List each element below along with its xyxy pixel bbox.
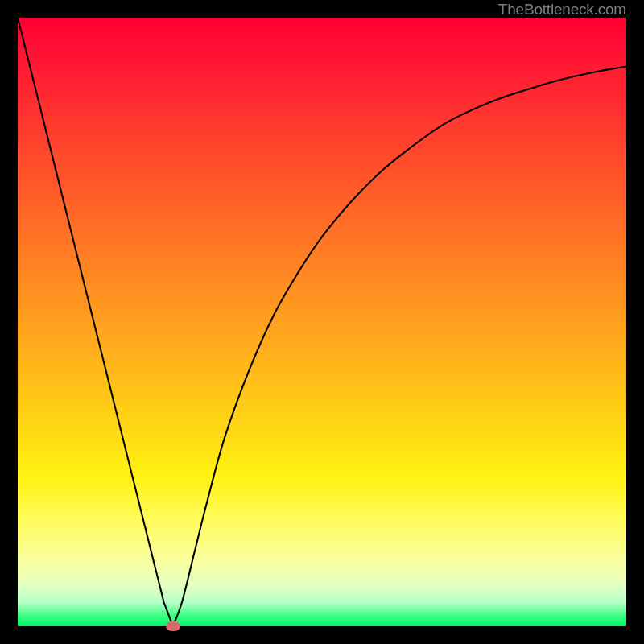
watermark-text: TheBottleneck.com (498, 2, 626, 18)
minimum-marker (166, 621, 180, 631)
gradient-background (18, 18, 626, 626)
chart-frame: TheBottleneck.com (0, 0, 644, 644)
